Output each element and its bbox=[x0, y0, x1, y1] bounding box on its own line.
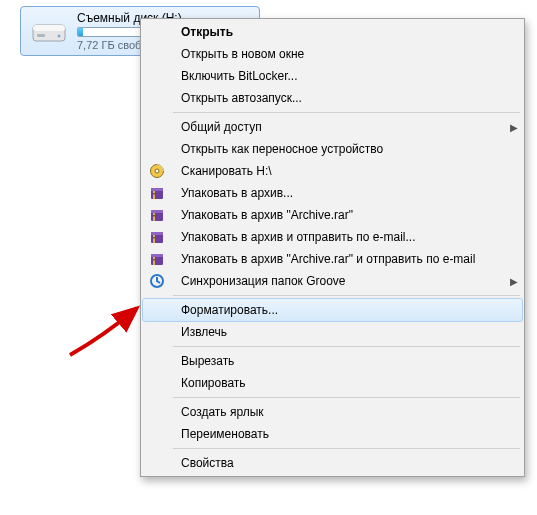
menu-item-label: Свойства bbox=[171, 456, 522, 470]
menu-item-label: Общий доступ bbox=[171, 120, 506, 134]
menu-item[interactable]: Вырезать bbox=[143, 350, 522, 372]
svg-rect-21 bbox=[153, 259, 155, 261]
blank-icon bbox=[143, 299, 171, 321]
menu-item-label: Синхронизация папок Groove bbox=[171, 274, 506, 288]
svg-point-5 bbox=[155, 169, 159, 173]
removable-drive-icon bbox=[29, 11, 69, 51]
menu-item[interactable]: Упаковать в архив "Archive.rar" и отправ… bbox=[143, 248, 522, 270]
menu-item[interactable]: Открыть автозапуск... bbox=[143, 87, 522, 109]
menu-item-label: Открыть автозапуск... bbox=[171, 91, 522, 105]
menu-item[interactable]: Свойства bbox=[143, 452, 522, 474]
context-menu: ОткрытьОткрыть в новом окнеВключить BitL… bbox=[140, 18, 525, 477]
submenu-arrow-icon: ▶ bbox=[506, 116, 522, 138]
menu-item[interactable]: Открыть bbox=[143, 21, 522, 43]
svg-rect-2 bbox=[37, 34, 45, 37]
blank-icon bbox=[143, 116, 171, 138]
menu-item-label: Упаковать в архив... bbox=[171, 186, 522, 200]
svg-rect-17 bbox=[153, 237, 155, 239]
blank-icon bbox=[143, 65, 171, 87]
menu-separator bbox=[173, 397, 520, 398]
menu-item[interactable]: Копировать bbox=[143, 372, 522, 394]
menu-item-label: Открыть в новом окне bbox=[171, 47, 522, 61]
blank-icon bbox=[143, 372, 171, 394]
menu-item[interactable]: Извлечь bbox=[143, 321, 522, 343]
winrar-icon bbox=[143, 248, 171, 270]
blank-icon bbox=[143, 321, 171, 343]
winrar-disc-icon bbox=[143, 160, 171, 182]
arrow-annotation bbox=[65, 300, 145, 360]
blank-icon bbox=[143, 21, 171, 43]
menu-item-label: Вырезать bbox=[171, 354, 522, 368]
menu-item[interactable]: Переименовать bbox=[143, 423, 522, 445]
menu-item-label: Переименовать bbox=[171, 427, 522, 441]
menu-item[interactable]: Открыть как переносное устройство bbox=[143, 138, 522, 160]
menu-item[interactable]: Упаковать в архив... bbox=[143, 182, 522, 204]
menu-item[interactable]: Форматировать... bbox=[142, 298, 523, 322]
svg-point-3 bbox=[58, 35, 61, 38]
groove-icon bbox=[143, 270, 171, 292]
menu-item-label: Извлечь bbox=[171, 325, 522, 339]
svg-rect-9 bbox=[153, 193, 155, 195]
menu-item[interactable]: Включить BitLocker... bbox=[143, 65, 522, 87]
blank-icon bbox=[143, 138, 171, 160]
winrar-icon bbox=[143, 226, 171, 248]
winrar-icon bbox=[143, 182, 171, 204]
svg-rect-8 bbox=[151, 188, 163, 191]
menu-item-label: Форматировать... bbox=[171, 303, 522, 317]
menu-separator bbox=[173, 448, 520, 449]
menu-item-label: Создать ярлык bbox=[171, 405, 522, 419]
blank-icon bbox=[143, 350, 171, 372]
svg-rect-13 bbox=[153, 215, 155, 217]
svg-rect-20 bbox=[151, 254, 163, 257]
menu-item-label: Упаковать в архив и отправить по e-mail.… bbox=[171, 230, 522, 244]
blank-icon bbox=[143, 43, 171, 65]
blank-icon bbox=[143, 87, 171, 109]
menu-item[interactable]: Общий доступ▶ bbox=[143, 116, 522, 138]
blank-icon bbox=[143, 401, 171, 423]
menu-item[interactable]: Создать ярлык bbox=[143, 401, 522, 423]
svg-rect-16 bbox=[151, 232, 163, 235]
menu-item-label: Открыть bbox=[171, 25, 522, 39]
menu-item[interactable]: Синхронизация папок Groove▶ bbox=[143, 270, 522, 292]
menu-item-label: Упаковать в архив "Archive.rar" bbox=[171, 208, 522, 222]
menu-item[interactable]: Сканировать H:\ bbox=[143, 160, 522, 182]
menu-separator bbox=[173, 112, 520, 113]
winrar-icon bbox=[143, 204, 171, 226]
menu-item-label: Сканировать H:\ bbox=[171, 164, 522, 178]
submenu-arrow-icon: ▶ bbox=[506, 270, 522, 292]
menu-item-label: Включить BitLocker... bbox=[171, 69, 522, 83]
menu-item-label: Открыть как переносное устройство bbox=[171, 142, 522, 156]
menu-item[interactable]: Упаковать в архив и отправить по e-mail.… bbox=[143, 226, 522, 248]
menu-item-label: Копировать bbox=[171, 376, 522, 390]
menu-item[interactable]: Открыть в новом окне bbox=[143, 43, 522, 65]
blank-icon bbox=[143, 423, 171, 445]
menu-item-label: Упаковать в архив "Archive.rar" и отправ… bbox=[171, 252, 522, 266]
menu-separator bbox=[173, 346, 520, 347]
blank-icon bbox=[143, 452, 171, 474]
svg-rect-1 bbox=[33, 25, 65, 31]
svg-rect-12 bbox=[151, 210, 163, 213]
menu-item[interactable]: Упаковать в архив "Archive.rar" bbox=[143, 204, 522, 226]
menu-separator bbox=[173, 295, 520, 296]
